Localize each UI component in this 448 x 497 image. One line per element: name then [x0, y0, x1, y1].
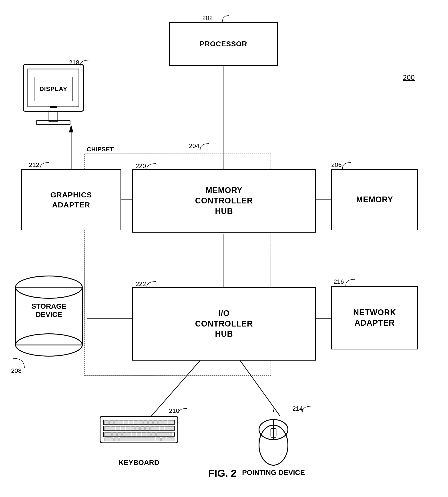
ref-202-curve	[213, 13, 231, 24]
svg-rect-65	[167, 438, 174, 441]
svg-rect-25	[119, 421, 123, 424]
svg-rect-26	[124, 421, 128, 424]
mch-label: MEMORYCONTROLLERHUB	[195, 185, 253, 216]
svg-rect-23	[109, 421, 113, 424]
svg-rect-34	[163, 421, 167, 424]
svg-rect-55	[137, 433, 141, 436]
ref-216: 216	[334, 278, 344, 285]
fig-label: FIG. 2	[178, 467, 267, 479]
svg-rect-44	[145, 427, 149, 430]
ref-206-curve	[340, 160, 358, 170]
svg-rect-47	[160, 427, 164, 430]
svg-rect-27	[129, 421, 133, 424]
ref-216-curve	[343, 277, 361, 287]
svg-rect-54	[132, 433, 136, 436]
svg-rect-53	[127, 433, 131, 436]
display-inner-box: DISPLAY	[34, 77, 73, 101]
ref-212-curve	[38, 160, 56, 170]
svg-rect-57	[147, 433, 151, 436]
svg-rect-64	[161, 438, 166, 441]
svg-rect-60	[105, 438, 113, 441]
svg-rect-45	[150, 427, 154, 430]
svg-rect-58	[152, 433, 156, 436]
ref-222-curve	[144, 279, 162, 289]
svg-rect-59	[157, 433, 172, 436]
ref-200: 200	[403, 73, 415, 82]
memory-controller-hub-box: MEMORYCONTROLLERHUB	[132, 169, 316, 233]
svg-rect-12	[49, 111, 58, 121]
svg-rect-33	[158, 421, 162, 424]
svg-rect-61	[114, 438, 119, 441]
svg-rect-32	[153, 421, 157, 424]
svg-rect-42	[136, 427, 140, 430]
svg-rect-49	[105, 433, 112, 436]
svg-rect-36	[105, 427, 110, 430]
keyboard-icon	[98, 414, 180, 454]
graphics-adapter-box: GRAPHICSADAPTER	[21, 169, 121, 230]
ref-220-curve	[144, 161, 162, 171]
network-adapter-box: NETWORKADAPTER	[331, 286, 418, 349]
memory-box: MEMORY	[331, 169, 418, 230]
svg-rect-52	[122, 433, 126, 436]
ref-202: 202	[202, 15, 213, 22]
diagram-container: 200 PROCESSOR 202 CHIPSET 204 MEMORYCONT…	[0, 0, 448, 497]
ref-218-curve	[78, 58, 96, 68]
svg-rect-46	[155, 427, 159, 430]
ref-210-curve	[176, 406, 193, 416]
svg-rect-50	[112, 433, 116, 436]
ref-208-curve	[11, 356, 29, 369]
chipset-label: CHIPSET	[87, 146, 114, 153]
svg-rect-43	[141, 427, 144, 430]
svg-rect-39	[121, 427, 125, 430]
svg-rect-51	[117, 433, 121, 436]
svg-rect-35	[168, 421, 174, 424]
processor-box: PROCESSOR	[169, 22, 278, 66]
network-adapter-label: NETWORKADAPTER	[353, 307, 396, 328]
ioh-label: I/OCONTROLLERHUB	[195, 308, 253, 339]
memory-label: MEMORY	[356, 194, 393, 205]
svg-rect-56	[142, 433, 146, 436]
processor-label: PROCESSOR	[200, 39, 247, 49]
display-label: DISPLAY	[39, 85, 67, 93]
svg-rect-62	[120, 438, 155, 441]
svg-rect-22	[105, 421, 109, 424]
svg-rect-37	[111, 427, 115, 430]
svg-rect-30	[144, 421, 148, 424]
ref-204-curve	[198, 141, 216, 153]
svg-rect-29	[139, 421, 143, 424]
io-controller-hub-box: I/OCONTROLLERHUB	[132, 287, 316, 360]
ref-214-curve	[300, 404, 318, 414]
svg-rect-38	[116, 427, 120, 430]
svg-rect-48	[165, 427, 174, 430]
storage-device-label: STORAGEDEVICE	[13, 296, 84, 325]
graphics-adapter-label: GRAPHICSADAPTER	[50, 190, 92, 209]
svg-rect-28	[134, 421, 138, 424]
keyboard-label: KEYBOARD	[100, 459, 178, 467]
svg-rect-40	[126, 427, 130, 430]
mouse-icon	[251, 410, 296, 467]
svg-rect-41	[131, 427, 135, 430]
svg-rect-14	[50, 106, 57, 108]
svg-rect-24	[114, 421, 118, 424]
svg-rect-31	[148, 421, 153, 424]
svg-rect-63	[156, 438, 160, 441]
